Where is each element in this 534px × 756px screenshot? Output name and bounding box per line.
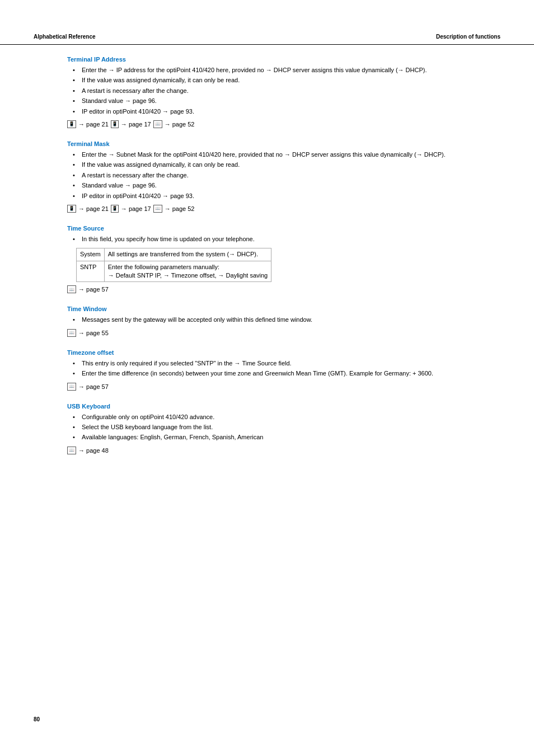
- section-usb-keyboard: USB Keyboard Configurable only on optiPo…: [67, 403, 467, 454]
- page-ref-text: → page 21: [78, 121, 109, 128]
- list-item: Standard value → page 96.: [73, 97, 467, 105]
- table-cell-sntp-value: Enter the following parameters manually:…: [104, 261, 271, 282]
- page-ref-usb-keyboard: 📖 → page 48: [67, 447, 467, 454]
- page-ref-text: → page 52: [165, 121, 195, 128]
- list-item: Configurable only on optiPoint 410/420 a…: [73, 413, 467, 421]
- page-ref-terminal-ip: 📱 → page 21 📱 → page 17 📖 → page 52: [67, 120, 467, 128]
- header-right: Description of functions: [436, 34, 500, 40]
- list-item: If the value was assigned dynamically, i…: [73, 76, 467, 84]
- table-cell-sntp-label: SNTP: [77, 261, 105, 282]
- time-source-table: System All settings are transferred from…: [76, 248, 271, 282]
- bullet-list-time-source: In this field, you specify how time is u…: [67, 235, 467, 243]
- section-time-window: Time Window Messages sent by the gateway…: [67, 306, 467, 336]
- page-ref-text: → page 57: [78, 286, 109, 293]
- bullet-list-usb-keyboard: Configurable only on optiPoint 410/420 a…: [67, 413, 467, 442]
- page-header: Alphabetical Reference Description of fu…: [0, 0, 534, 45]
- main-content: Terminal IP Address Enter the → IP addre…: [0, 45, 534, 489]
- bullet-list-time-window: Messages sent by the gateway will be acc…: [67, 316, 467, 324]
- list-item: Standard value → page 96.: [73, 181, 467, 190]
- list-item: Enter the → Subnet Mask for the optiPoin…: [73, 151, 467, 159]
- table-row: System All settings are transferred from…: [77, 248, 271, 261]
- section-timezone-offset: Timezone offset This entry is only requi…: [67, 349, 467, 391]
- bullet-list-terminal-mask: Enter the → Subnet Mask for the optiPoin…: [67, 151, 467, 200]
- page-ref-text: → page 21: [78, 205, 109, 212]
- page-ref-text: → page 55: [78, 330, 109, 336]
- section-terminal-mask: Terminal Mask Enter the → Subnet Mask fo…: [67, 140, 467, 213]
- bullet-list-timezone-offset: This entry is only required if you selec…: [67, 359, 467, 378]
- list-item: A restart is necessary after the change.: [73, 171, 467, 180]
- page: Alphabetical Reference Description of fu…: [0, 0, 534, 756]
- book-icon-2: 📖: [153, 120, 162, 128]
- book-icon: 📖: [67, 383, 76, 391]
- page-number: 80: [34, 716, 40, 722]
- table-row: SNTP Enter the following parameters manu…: [77, 261, 271, 282]
- list-item: If the value was assigned dynamically, i…: [73, 161, 467, 169]
- phone-icon: 📱: [111, 120, 119, 128]
- page-ref-text: → page 57: [78, 383, 109, 390]
- list-item: Messages sent by the gateway will be acc…: [73, 316, 467, 324]
- section-time-source: Time Source In this field, you specify h…: [67, 225, 467, 294]
- list-item: IP editor in optiPoint 410/420 → page 93…: [73, 192, 467, 200]
- section-title-time-window: Time Window: [67, 306, 467, 312]
- page-ref-timezone-offset: 📖 → page 57: [67, 383, 467, 391]
- page-ref-text: → page 52: [165, 205, 195, 212]
- list-item: A restart is necessary after the change.: [73, 87, 467, 95]
- section-title-terminal-mask: Terminal Mask: [67, 140, 467, 147]
- book-icon-2: 📖: [153, 205, 162, 213]
- page-ref-time-source: 📖 → page 57: [67, 285, 467, 293]
- header-left: Alphabetical Reference: [34, 34, 96, 40]
- section-title-terminal-ip: Terminal IP Address: [67, 56, 467, 63]
- page-ref-time-window: 📖 → page 55: [67, 329, 467, 337]
- section-title-timezone-offset: Timezone offset: [67, 349, 467, 356]
- page-ref-text: → page 48: [78, 447, 109, 454]
- book-icon: 📖: [67, 447, 76, 454]
- table-cell-system-value: All settings are transferred from the sy…: [104, 248, 271, 261]
- table-cell-system-label: System: [77, 248, 105, 261]
- page-ref-text: → page 17: [121, 205, 151, 212]
- phone-icon: 📱: [111, 205, 119, 213]
- book-icon: 📱: [67, 120, 76, 128]
- book-icon: 📖: [67, 285, 76, 293]
- list-item: In this field, you specify how time is u…: [73, 235, 467, 243]
- page-ref-terminal-mask: 📱 → page 21 📱 → page 17 📖 → page 52: [67, 205, 467, 213]
- section-title-time-source: Time Source: [67, 225, 467, 232]
- book-icon: 📱: [67, 205, 76, 213]
- list-item: Enter the time difference (in seconds) b…: [73, 369, 467, 378]
- list-item: Select the USB keyboard language from th…: [73, 423, 467, 431]
- book-icon: 📖: [67, 329, 76, 337]
- list-item: This entry is only required if you selec…: [73, 359, 467, 368]
- section-terminal-ip: Terminal IP Address Enter the → IP addre…: [67, 56, 467, 128]
- list-item: Enter the → IP address for the optiPoint…: [73, 66, 467, 74]
- bullet-list-terminal-ip: Enter the → IP address for the optiPoint…: [67, 66, 467, 116]
- section-title-usb-keyboard: USB Keyboard: [67, 403, 467, 410]
- list-item: Available languages: English, German, Fr…: [73, 433, 467, 442]
- list-item: IP editor in optiPoint 410/420 → page 93…: [73, 107, 467, 116]
- page-ref-text: → page 17: [121, 121, 151, 128]
